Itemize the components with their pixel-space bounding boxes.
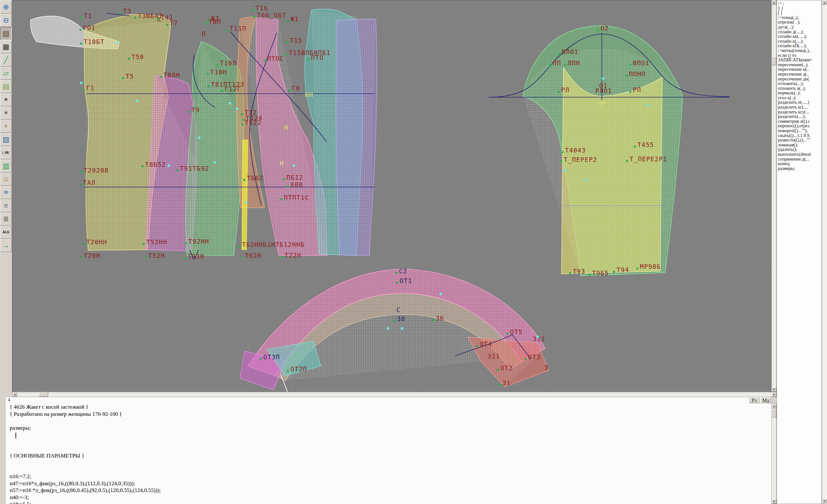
code-vscrollbar[interactable]: ▲ ▼ <box>771 403 777 504</box>
function-list-item[interactable]: дуга(...); <box>778 24 822 30</box>
function-list-item[interactable]: разделить(....); <box>778 114 822 119</box>
size-table-icon[interactable]: ▥ <box>0 160 12 172</box>
pattern-point-label: З12 <box>533 335 545 343</box>
methods-icon[interactable]: M <box>0 93 12 106</box>
pattern-point-marker <box>145 256 147 258</box>
ruler-calc-icon[interactable]: ▨ <box>0 133 12 146</box>
function-list-item[interactable]: пересечение дн( <box>778 77 822 82</box>
function-list-item[interactable]: перенос((),отрез <box>778 123 822 128</box>
zoom-in-icon[interactable]: ⊕ <box>0 1 12 13</box>
function-list-item[interactable]: сжать(()...1.1.0.9. <box>778 133 822 138</box>
pattern-point-marker <box>243 179 245 181</box>
pattern-point-label: Т1 <box>84 12 92 19</box>
function-list-item[interactable]: если () то <box>778 53 822 58</box>
grafis-icon[interactable]: G <box>0 120 12 133</box>
pattern-canvas[interactable]: Т1ГО1Т10БТТ3ТЗЮБ4ТХТ41Т7Т50Т5Г1Т2020ВТАЛ… <box>12 0 771 392</box>
canvas-vscrollbar[interactable]: ▲ ▼ <box>771 0 777 392</box>
function-list-item[interactable]: симметрия л(().с <box>778 119 822 124</box>
function-list-item[interactable]: сплайн д(....); <box>778 30 822 34</box>
pattern-point-marker <box>83 89 85 91</box>
function-list-item[interactable]: конец; <box>778 161 822 166</box>
pattern-point-marker <box>560 161 562 162</box>
piece-strip-yellow[interactable] <box>242 140 248 250</box>
function-list-item[interactable]: нормаль(..); <box>778 91 822 95</box>
function-list-item[interactable]: пересечение д(.. <box>778 72 822 77</box>
model-photo-icon[interactable]: ☺ <box>0 173 12 186</box>
canvas-hscroll-right-icon[interactable]: ► <box>772 392 776 397</box>
function-list-item[interactable]: отложить в(..); <box>778 86 822 91</box>
function-list-item[interactable]: удалить(); <box>778 147 822 152</box>
function-list-item[interactable]: отрезок( . ); <box>778 20 822 24</box>
dividers-icon[interactable]: W <box>0 107 12 119</box>
pattern-point-label: Г0 <box>292 85 300 92</box>
pattern-cut-icon[interactable]: ▧ <box>0 27 12 40</box>
function-list-scrollbar[interactable]: ▲ ▼ <box>822 0 827 504</box>
function-list-item[interactable]: выполнить(dmod <box>778 152 822 157</box>
notes-list-icon[interactable]: ≡ <box>0 199 12 212</box>
function-list-item[interactable]: [ ] <box>778 10 822 15</box>
md-button[interactable]: Мд <box>761 397 771 403</box>
i66-label-icon[interactable]: i_66. <box>0 146 12 159</box>
grid-icon[interactable]: ▦ <box>0 40 12 53</box>
function-list-item[interactable]: отложить(...); <box>778 81 822 86</box>
pattern-point-marker <box>558 53 560 55</box>
pattern-point-label: Т15 <box>290 37 302 44</box>
function-list-item[interactable]: :=метка(точка(.).. <box>778 48 822 53</box>
function-list-scroll-down-icon[interactable]: ▼ <box>822 499 827 503</box>
selection-point-marker <box>116 42 118 44</box>
pattern-point-label: Х00 <box>290 181 303 188</box>
pattern-point-label: 30 <box>397 315 405 322</box>
function-list-scroll-up-icon[interactable]: ▲ <box>822 0 827 5</box>
measure-line-icon[interactable]: ╱ <box>0 54 12 66</box>
pattern-point-label: Т20НН <box>86 239 107 246</box>
pattern-point-label: Т10БТ <box>84 38 105 45</box>
export-pattern-icon[interactable]: → <box>0 239 12 252</box>
selection-point-marker <box>564 169 566 171</box>
function-list-item[interactable]: сопряжение д(... <box>778 157 822 161</box>
function-list-item[interactable]: угол к(..); <box>778 95 822 100</box>
canvas-vscroll-thumb[interactable] <box>772 57 776 65</box>
pattern-point-marker <box>216 64 218 66</box>
selection-point-marker <box>387 327 389 330</box>
function-list-item[interactable]: сплайн кк(.....); <box>778 34 822 39</box>
canvas-vscroll-up-icon[interactable]: ▲ <box>772 0 776 5</box>
selection-point-marker <box>537 336 539 338</box>
function-list-item[interactable]: размеры; <box>778 166 822 171</box>
function-list-item[interactable]: разделить кс(.... <box>778 105 822 109</box>
pattern-canvas-svg[interactable]: Т1ГО1Т10БТТ3ТЗЮБ4ТХТ41Т7Т50Т5Г1Т2020ВТАЛ… <box>13 0 772 392</box>
pattern-point-label: З11 <box>487 352 500 360</box>
function-list-item[interactable]: поворот(()...""); <box>778 128 822 133</box>
function-list-item[interactable]: разделить ксу(... <box>778 109 822 114</box>
alg-doc-icon[interactable]: ALG <box>0 226 12 239</box>
function-list-item[interactable]: :=точка(.,); <box>778 15 822 20</box>
rz-button[interactable]: Рз <box>749 397 760 403</box>
books-icon[interactable]: ≣ <box>0 213 12 225</box>
selection-point-marker <box>236 108 238 110</box>
code-vscroll-up-icon[interactable]: ▲ <box>772 404 776 408</box>
function-list-item[interactable]: пересечение(..); <box>778 62 822 67</box>
canvas-hscroll-thumb[interactable] <box>39 392 48 397</box>
pattern-point-marker <box>287 370 289 372</box>
function-list-item[interactable]: сплайн к(....); <box>778 39 822 44</box>
function-list-item[interactable]: разделить н(.....) <box>778 100 822 105</box>
function-list-item[interactable]: сплайн кП(....); <box>778 43 822 48</box>
code-vscroll-down-icon[interactable]: ▼ <box>772 499 776 504</box>
pattern-point-marker <box>134 17 136 19</box>
function-list-item[interactable]: := ; <box>778 1 822 6</box>
sketch-sheet-icon[interactable]: ▱ <box>0 67 12 80</box>
pattern-point-label: З <box>544 364 548 371</box>
zoom-out-icon[interactable]: ⊖ <box>0 14 12 27</box>
3d-icon[interactable]: 3D <box>0 186 12 199</box>
pattern-point-marker <box>525 358 527 360</box>
code-vscroll-thumb[interactable] <box>772 409 776 417</box>
function-list-item[interactable]: { } <box>778 6 822 11</box>
function-list-item[interactable]: пересечение н(.. <box>778 67 822 72</box>
function-list-item[interactable]: ЗАПИСАТЬ(имя= <box>778 57 822 62</box>
code-editor[interactable]: { 4626 Жакет с косой застежкой }{ Разраб… <box>6 403 766 504</box>
canvas-vscroll-down-icon[interactable]: ▼ <box>772 387 776 392</box>
function-list-item[interactable]: ломаная(); <box>778 143 822 147</box>
canvas-hscroll-left-icon[interactable]: ◄ <box>13 392 17 397</box>
function-list-item[interactable]: развести((),()..."" <box>778 138 822 143</box>
canvas-hscrollbar[interactable]: ◄ ► <box>12 392 777 397</box>
pattern-sheet-icon[interactable]: ▤ <box>0 80 12 93</box>
